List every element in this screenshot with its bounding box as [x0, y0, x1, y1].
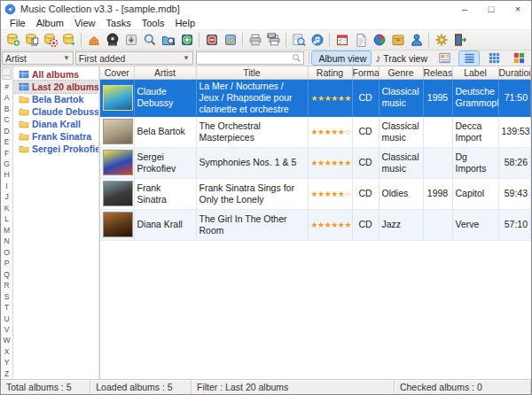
- album-row-3[interactable]: Sergei ProkofievSymphonies Nos. 1 & 5★★★…: [100, 147, 531, 178]
- column-header-title[interactable]: Title: [196, 66, 308, 79]
- close-button[interactable]: ×: [505, 1, 531, 17]
- index-letter-T[interactable]: T: [1, 302, 12, 313]
- index-letter-U[interactable]: U: [1, 313, 12, 323]
- sidebar-item-last-20-albums[interactable]: Last 20 albums: [13, 81, 98, 93]
- thumbnails-view-button[interactable]: [484, 51, 504, 66]
- index-letter-Q[interactable]: Q: [1, 268, 12, 279]
- sidebar-item-diana-krall[interactable]: Diana Krall: [13, 118, 98, 130]
- index-letter-W[interactable]: W: [1, 335, 12, 345]
- new-database-button[interactable]: [4, 31, 22, 49]
- statistics-button[interactable]: [370, 31, 388, 49]
- covers-view-button[interactable]: [509, 51, 528, 66]
- album-row-2[interactable]: Bela BartokThe Orchestral Masterpieces★★…: [100, 116, 531, 147]
- details-view-button[interactable]: [434, 51, 454, 66]
- index-letter-B[interactable]: B: [1, 103, 12, 113]
- index-letter-F[interactable]: F: [1, 147, 12, 158]
- track-view-button[interactable]: ♪ Track view: [371, 51, 432, 65]
- index-letter-H[interactable]: H: [1, 169, 12, 180]
- sidebar-item-sergei-prokofiev[interactable]: Sergei Prokofiev: [13, 143, 98, 155]
- column-header-format[interactable]: Format: [352, 66, 379, 79]
- download-info-icon: [124, 33, 138, 47]
- borrowers-button[interactable]: [407, 31, 426, 49]
- index-letter-K[interactable]: K: [1, 203, 12, 213]
- column-header-artist[interactable]: Artist: [134, 66, 196, 79]
- exit-button[interactable]: [450, 31, 469, 49]
- download-info-button[interactable]: [121, 31, 140, 49]
- print-button[interactable]: [246, 31, 264, 49]
- export-html-button[interactable]: HTML: [264, 31, 283, 49]
- play-music-button[interactable]: [308, 31, 326, 49]
- search-albums-button[interactable]: [140, 31, 159, 49]
- sidebar-item-claude-debussy[interactable]: Claude Debussy: [13, 105, 98, 118]
- album-row-1[interactable]: Claude DebussyLa Mer / Nocturnes / Jeux …: [100, 79, 531, 116]
- index-letter-A[interactable]: A: [1, 92, 12, 103]
- list-view-button[interactable]: [459, 51, 479, 66]
- menu-album[interactable]: Album: [31, 18, 69, 28]
- index-letter-N[interactable]: N: [1, 236, 12, 246]
- cell-released: [423, 147, 452, 178]
- sidebar-item-frank-sinatra[interactable]: Frank Sinatra: [13, 130, 98, 143]
- index-letter-Y[interactable]: Y: [1, 357, 12, 368]
- repair-database-button[interactable]: [41, 31, 59, 49]
- column-header-rating[interactable]: Rating: [308, 66, 352, 79]
- minimize-button[interactable]: –: [451, 1, 478, 17]
- index-letter-Z[interactable]: Z: [1, 368, 12, 379]
- archive-button[interactable]: [388, 31, 407, 49]
- maximize-button[interactable]: □: [478, 1, 505, 17]
- index-letter-G[interactable]: G: [1, 159, 12, 169]
- column-header-duration[interactable]: Duration: [498, 66, 531, 79]
- edit-album-button[interactable]: [221, 31, 239, 49]
- index-letter-X[interactable]: X: [1, 346, 12, 357]
- index-letter-I[interactable]: I: [1, 181, 12, 191]
- sidebar-item-bela-bartok[interactable]: Bela Bartok: [13, 93, 98, 105]
- index-letter-P[interactable]: P: [1, 258, 12, 268]
- options-button[interactable]: [432, 31, 450, 49]
- index-letter-M[interactable]: M: [1, 225, 12, 236]
- album-row-5[interactable]: Diana KrallThe Girl In The Other Room★★★…: [100, 209, 531, 240]
- menu-help[interactable]: Help: [169, 18, 200, 28]
- index-more-button[interactable]: …: [2, 67, 12, 80]
- album-view-button[interactable]: Album view: [312, 51, 372, 65]
- status-bar: Total albums : 5 Loaded albums : 5 Filte…: [1, 379, 531, 394]
- sort-filter-select[interactable]: First added ▼: [75, 51, 193, 65]
- cell-artist: Sergei Prokofiev: [134, 147, 196, 178]
- index-letter-C[interactable]: C: [1, 114, 12, 125]
- index-letter-D[interactable]: D: [1, 125, 12, 136]
- toolbar-group: [4, 31, 78, 49]
- print-preview-button[interactable]: [289, 31, 308, 49]
- index-letter-#[interactable]: #: [1, 81, 12, 91]
- column-header-genre[interactable]: Genre: [379, 66, 423, 79]
- column-header-label[interactable]: Label: [452, 66, 498, 79]
- search-box: [196, 51, 304, 65]
- task-planner-button[interactable]: [332, 31, 351, 49]
- eject-cd-button[interactable]: [84, 31, 103, 49]
- search-input[interactable]: [197, 53, 292, 64]
- index-letter-V[interactable]: V: [1, 324, 12, 335]
- menu-tasks[interactable]: Tasks: [101, 18, 137, 28]
- column-header-cover[interactable]: Cover: [100, 66, 134, 79]
- cell-format: CD: [352, 178, 379, 209]
- index-letter-L[interactable]: L: [1, 213, 12, 224]
- artist-filter-select[interactable]: Artist ▼: [2, 51, 74, 65]
- column-header-released[interactable]: Released: [423, 66, 452, 79]
- sidebar-item-all-albums[interactable]: All albums: [13, 68, 98, 81]
- backup-database-button[interactable]: [59, 31, 78, 49]
- delete-album-button[interactable]: [202, 31, 221, 49]
- toolbar-separator: [286, 33, 286, 47]
- cd-player-icon: [106, 33, 120, 47]
- reports-button[interactable]: [351, 31, 370, 49]
- menu-view[interactable]: View: [69, 18, 101, 28]
- index-letter-R[interactable]: R: [1, 280, 12, 290]
- index-letter-E[interactable]: E: [1, 136, 12, 147]
- index-letter-O[interactable]: O: [1, 247, 12, 258]
- menu-file[interactable]: File: [4, 18, 31, 28]
- folder-icon: [19, 131, 29, 142]
- search-folders-button[interactable]: [159, 31, 177, 49]
- index-letter-J[interactable]: J: [1, 191, 12, 202]
- copy-database-button[interactable]: [22, 31, 41, 49]
- add-album-button[interactable]: [177, 31, 196, 49]
- menu-tools[interactable]: Tools: [137, 18, 170, 28]
- index-letter-S[interactable]: S: [1, 290, 12, 301]
- cd-player-button[interactable]: [103, 31, 121, 49]
- album-row-4[interactable]: Frank SinatraFrank Sinatra Sings for Onl…: [100, 178, 531, 209]
